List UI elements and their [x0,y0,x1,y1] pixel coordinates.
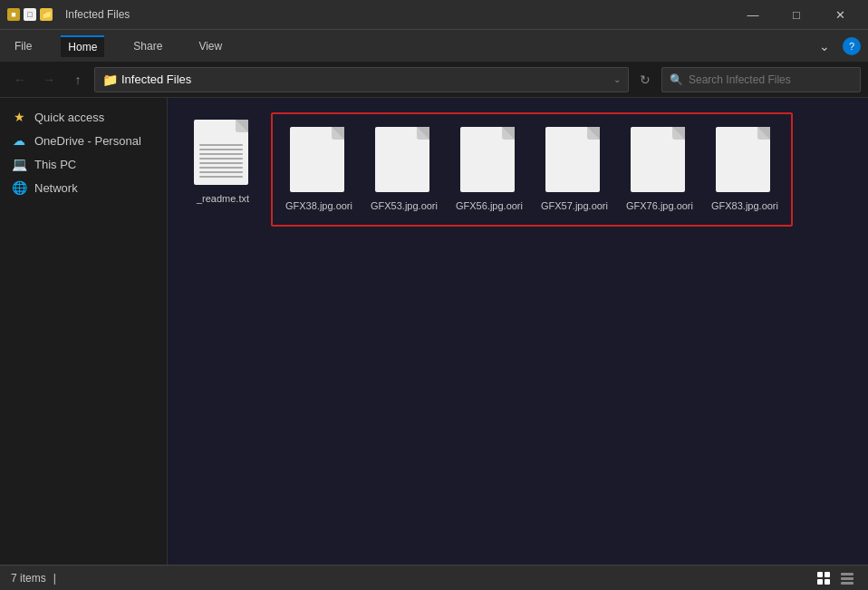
file-icon-wrapper [375,127,433,194]
path-folder-icon: 📁 [102,73,118,87]
sidebar-item-label: This PC [34,158,76,171]
title-icon-2: □ [24,8,36,21]
file-icon-wrapper [716,127,774,194]
item-count: 7 items [11,572,46,585]
file-name: _readme.txt [197,192,249,205]
list-item[interactable]: GFX53.jpg.oori [363,120,445,219]
help-button[interactable]: ? [843,37,861,55]
back-button[interactable]: ← [7,67,33,92]
search-box[interactable]: 🔍 [661,67,861,92]
title-icon-3: 📁 [40,8,53,21]
file-line [199,167,243,169]
svg-rect-2 [817,579,823,585]
view-grid-button[interactable] [814,568,834,588]
sidebar-item-label: OneDrive - Personal [34,134,141,148]
file-icon-wrapper [194,120,252,187]
sidebar: ★ Quick access ☁ OneDrive - Personal 💻 T… [0,98,168,565]
file-line [199,158,243,160]
list-item[interactable]: _readme.txt [182,112,264,227]
tab-share[interactable]: Share [126,36,169,56]
close-button[interactable]: ✕ [819,0,861,29]
sidebar-item-network[interactable]: 🌐 Network [0,176,167,199]
address-bar: ← → ↑ 📁 Infected Files ⌄ ↻ 🔍 [0,62,868,98]
ribbon: File Home Share View ⌄ ? [0,29,868,62]
file-icon [194,120,248,185]
svg-rect-6 [841,582,854,585]
file-icon [290,127,344,192]
sidebar-item-quick-access[interactable]: ★ Quick access [0,105,167,129]
sidebar-item-label: Quick access [34,111,104,124]
up-button[interactable]: ↑ [65,67,91,92]
path-text: Infected Files [121,73,191,86]
svg-rect-1 [825,572,830,577]
svg-rect-4 [841,573,854,575]
file-icon-wrapper [460,127,518,194]
tab-home[interactable]: Home [61,35,104,57]
sidebar-item-onedrive[interactable]: ☁ OneDrive - Personal [0,129,167,152]
file-line [199,162,243,164]
list-item[interactable]: GFX83.jpg.oori [704,120,786,219]
sidebar-item-label: Network [34,181,78,195]
file-lines [199,144,243,178]
file-icon-wrapper [631,127,689,194]
title-bar: ■ □ 📁 Infected Files — □ ✕ [0,0,868,29]
svg-rect-5 [841,577,854,580]
file-name: GFX38.jpg.oori [285,199,352,212]
content-area: _readme.txt GFX38.jpg.oori GFX53.jpg.oor… [168,98,868,565]
list-item[interactable]: GFX76.jpg.oori [619,120,700,219]
svg-rect-0 [817,572,823,577]
ribbon-chevron[interactable]: ⌄ [814,37,835,55]
file-icon [545,127,600,192]
file-icon [460,127,515,192]
file-name: GFX57.jpg.oori [541,199,608,212]
file-icon-wrapper [545,127,603,194]
svg-rect-3 [825,579,830,585]
list-item[interactable]: GFX56.jpg.oori [448,120,530,219]
window-title: Infected Files [65,8,130,21]
file-line [199,144,243,146]
network-icon: 🌐 [11,180,27,195]
search-icon: 🔍 [670,73,683,86]
file-line [199,153,243,155]
title-icon-1: ■ [7,8,20,21]
sidebar-item-thispc[interactable]: 💻 This PC [0,152,167,176]
file-icon [375,127,429,192]
file-icon [716,127,770,192]
view-list-button[interactable] [837,568,857,588]
file-line [199,176,243,178]
file-line [199,171,243,173]
status-divider: | [53,572,56,585]
forward-button[interactable]: → [36,67,62,92]
list-item[interactable]: GFX38.jpg.oori [278,120,360,219]
file-icon [631,127,685,192]
path-chevron: ⌄ [613,74,621,84]
computer-icon: 💻 [11,157,27,171]
infected-files-group: GFX38.jpg.oori GFX53.jpg.oori GFX56.jpg.… [271,112,793,227]
file-name: GFX83.jpg.oori [711,199,778,212]
status-bar: 7 items | [0,565,868,590]
address-path[interactable]: 📁 Infected Files ⌄ [94,67,629,92]
tab-file[interactable]: File [7,36,39,56]
view-buttons [814,568,857,588]
search-input[interactable] [689,73,853,86]
tab-view[interactable]: View [191,36,229,56]
maximize-button[interactable]: □ [776,0,817,29]
cloud-icon: ☁ [11,133,27,148]
main-layout: ★ Quick access ☁ OneDrive - Personal 💻 T… [0,98,868,565]
file-icon-wrapper [290,127,348,194]
refresh-button[interactable]: ↻ [632,67,658,92]
list-item[interactable]: GFX57.jpg.oori [534,120,615,219]
star-icon: ★ [11,110,27,124]
file-name: GFX56.jpg.oori [456,199,523,212]
file-line [199,149,243,150]
file-name: GFX76.jpg.oori [626,199,693,212]
file-name: GFX53.jpg.oori [371,199,438,212]
minimize-button[interactable]: — [732,0,774,29]
